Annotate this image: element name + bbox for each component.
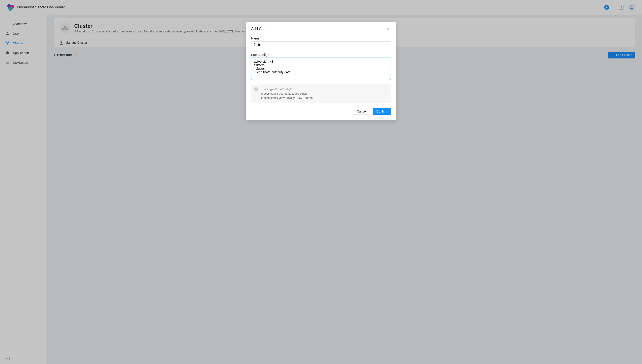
name-label-text: Name [251,36,259,40]
help-title: How to get KubeConfig? [261,87,313,92]
required-star-icon: * [260,36,261,40]
help-command-1: kubectl config use-context dev-cluster [261,92,313,96]
kubeconfig-label: KubeConfig* [251,53,391,56]
help-icon: ? [254,87,258,91]
confirm-button[interactable]: Confirm [373,108,391,115]
add-cluster-modal: Add Cluster ✕ Name* KubeConfig* ? How to… [246,22,396,120]
modal-title: Add Cluster [251,27,271,31]
name-label: Name* [251,36,391,40]
cancel-button[interactable]: Cancel [353,108,370,115]
kubeconfig-textarea[interactable] [251,58,391,80]
name-input[interactable] [251,42,391,48]
kubeconfig-label-text: KubeConfig [251,53,267,56]
help-command-2: kubectl config view --minify --raw --fla… [261,96,313,100]
kubeconfig-help-box: ? How to get KubeConfig? kubectl config … [251,84,391,103]
required-star-icon: * [268,53,269,56]
close-icon[interactable]: ✕ [386,26,391,32]
modal-mask: Add Cluster ✕ Name* KubeConfig* ? How to… [0,0,642,364]
